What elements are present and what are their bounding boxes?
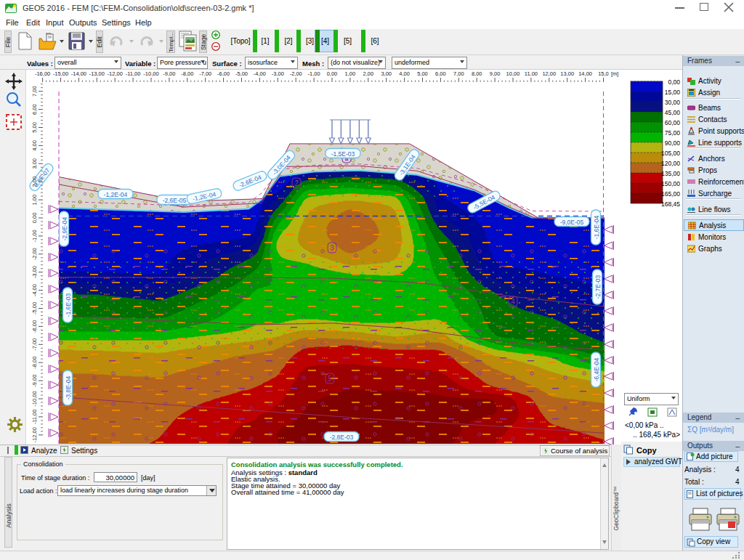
svg-text:75,00: 75,00 [665,129,681,137]
svg-text:5: 5 [328,375,332,383]
svg-text:15,0: 15,0 [598,70,609,77]
svg-text:0,00: 0,00 [327,70,338,77]
svg-text:-4,00: -4,00 [254,70,266,77]
svg-text:-9,00: -9,00 [163,70,175,77]
svg-text:2,00: 2,00 [31,176,38,187]
svg-text:-12,00: -12,00 [108,70,123,77]
svg-text:-2,9E-04: -2,9E-04 [61,216,68,240]
svg-text:-9,0E-05: -9,0E-05 [560,219,584,226]
svg-text:-10,00: -10,00 [143,70,158,77]
svg-text:-6,4E-04: -6,4E-04 [593,357,600,381]
svg-text:6,00: 6,00 [435,70,446,77]
svg-text:10,00: 10,00 [506,70,520,77]
svg-text:-5,00: -5,00 [31,302,38,315]
svg-text:-2,6E-05: -2,6E-05 [163,197,187,204]
svg-text:-7,00: -7,00 [199,70,211,77]
svg-text:-10,00: -10,00 [31,391,38,406]
svg-text:5,00: 5,00 [417,70,428,77]
svg-text:135,00: 135,00 [661,170,680,177]
svg-text:90,00: 90,00 [665,139,681,147]
svg-text:-5,00: -5,00 [235,70,248,77]
svg-text:3,00: 3,00 [381,70,392,77]
svg-text:-7,00: -7,00 [31,338,38,351]
svg-text:-3,00: -3,00 [272,70,284,77]
svg-text:-6,00: -6,00 [31,320,38,333]
svg-text:-11,00: -11,00 [126,70,141,77]
svg-text:0,00: 0,00 [668,78,680,86]
svg-text:-11,00: -11,00 [31,410,38,425]
svg-text:-9,00: -9,00 [31,375,38,387]
svg-text:13,00: 13,00 [560,70,574,77]
svg-text:-1,6E-04: -1,6E-04 [593,215,600,239]
svg-text:2,00: 2,00 [363,70,373,77]
svg-text:-16,00: -16,00 [35,70,50,77]
svg-text:4,00: 4,00 [399,70,410,77]
svg-text:-2,00: -2,00 [31,248,38,260]
svg-text:150,00: 150,00 [661,180,680,187]
svg-text:1,00: 1,00 [345,70,356,77]
svg-text:12,00: 12,00 [542,70,556,77]
svg-text:-13,00: -13,00 [89,70,105,77]
svg-text:5,00: 5,00 [31,122,38,133]
svg-text:-2,7E-03: -2,7E-03 [594,275,602,299]
svg-text:3: 3 [330,244,334,252]
svg-text:0,00: 0,00 [31,213,38,224]
svg-text:9,00: 9,00 [490,70,501,77]
svg-text:-6,00: -6,00 [217,70,230,77]
svg-text:-14,00: -14,00 [71,70,86,77]
svg-text:[m]: [m] [611,70,618,77]
svg-text:4: 4 [511,298,515,306]
svg-text:3,00: 3,00 [31,158,38,169]
svg-text:-12,00: -12,00 [31,427,38,442]
svg-text:11,00: 11,00 [525,70,538,77]
svg-text:-3,8E-04: -3,8E-04 [65,376,72,399]
svg-text:-8,00: -8,00 [181,70,193,77]
svg-text:-1,6E-03: -1,6E-03 [65,293,72,317]
svg-text:45,00: 45,00 [665,109,681,116]
svg-text:-15,00: -15,00 [53,70,68,77]
svg-text:-1,00: -1,00 [308,70,320,77]
svg-text:60,00: 60,00 [665,119,681,126]
svg-text:-1,2E-04: -1,2E-04 [104,191,128,198]
svg-text:4,00: 4,00 [31,140,38,151]
svg-text:7,00: 7,00 [31,86,38,97]
svg-text:120,00: 120,00 [661,160,680,167]
svg-text:30,00: 30,00 [665,99,681,106]
svg-text:6,00: 6,00 [31,104,38,115]
svg-text:15,00: 15,00 [665,89,681,96]
svg-text:14,00: 14,00 [578,70,592,77]
svg-text:105,00: 105,00 [661,150,680,157]
svg-text:1,00: 1,00 [31,195,38,206]
svg-text:-3,00: -3,00 [31,266,38,278]
svg-text:165,00: 165,00 [661,190,680,198]
svg-text:-2,00: -2,00 [290,70,302,77]
svg-text:-8,00: -8,00 [31,357,38,369]
svg-text:-2,8E-03: -2,8E-03 [330,434,354,441]
svg-text:-1,00: -1,00 [31,230,38,242]
svg-text:168,45: 168,45 [661,200,680,208]
svg-text:-1,5E-03: -1,5E-03 [331,150,355,158]
svg-text:8,00: 8,00 [472,70,482,77]
svg-text:7,00: 7,00 [453,70,464,77]
svg-text:-4,00: -4,00 [31,284,38,296]
svg-text:2: 2 [294,179,299,187]
